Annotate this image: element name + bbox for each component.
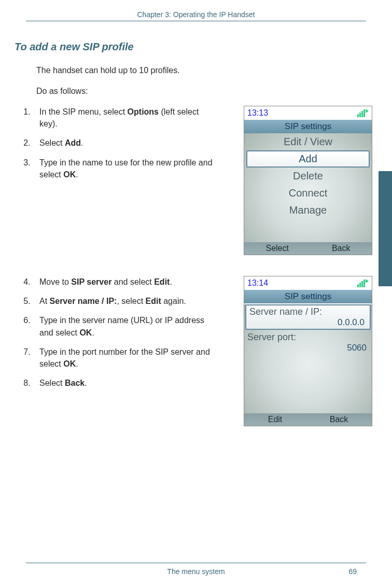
phone2-softkey-left: Edit: [268, 415, 283, 424]
phone1-item-connect: Connect: [244, 185, 372, 202]
signal-icon: [357, 109, 369, 117]
phone2-softkey-right: Back: [330, 415, 348, 424]
step-2: Select Add.: [37, 137, 218, 149]
step-5: At Server name / IP:, select Edit again.: [37, 295, 218, 307]
svg-rect-0: [357, 114, 359, 117]
phone-screenshot-2: 13:14 SIP settings Server name / IP: 0.0…: [244, 276, 372, 426]
phone2-field-servername: Server name / IP: 0.0.0.0: [245, 304, 371, 330]
phone1-item-manage: Manage: [244, 202, 372, 219]
page-number: 69: [348, 567, 357, 576]
svg-rect-5: [359, 283, 361, 287]
phone-screenshot-1: 13:13 SIP settings Edit / View Add Delet…: [244, 106, 372, 255]
svg-rect-2: [361, 111, 363, 117]
side-tab: [379, 171, 392, 286]
svg-rect-4: [357, 284, 359, 287]
svg-rect-3: [363, 109, 365, 117]
phone1-softkey-right: Back: [332, 244, 351, 253]
phone1-item-add: Add: [246, 150, 370, 168]
phone1-item-delete: Delete: [244, 168, 372, 185]
svg-rect-6: [361, 281, 363, 287]
step-4: Move to SIP server and select Edit.: [37, 276, 218, 288]
footer-separator: [26, 563, 366, 563]
svg-rect-7: [363, 280, 365, 287]
step-8: Select Back.: [37, 377, 218, 389]
step-7: Type in the port number for the SIP serv…: [37, 346, 218, 370]
phone1-softkey-left: Select: [265, 244, 288, 253]
phone2-title: SIP settings: [244, 290, 372, 303]
intro-line-1: The handset can hold up to 10 profiles.: [36, 64, 392, 77]
step-3: Type in the name to use for the new prof…: [37, 157, 218, 180]
intro-line-2: Do as follows:: [36, 85, 392, 97]
section-title: To add a new SIP profile: [15, 41, 392, 53]
step-6: Type in the server name (URL) or IP addr…: [37, 314, 218, 338]
signal-icon: [357, 279, 369, 287]
footer-center: The menu system: [0, 567, 392, 576]
phone1-time: 13:13: [247, 108, 268, 118]
phone2-field-serverport: Server port: 5060: [244, 331, 372, 353]
phone1-item-editview: Edit / View: [244, 133, 372, 150]
phone1-title: SIP settings: [244, 120, 372, 133]
svg-rect-1: [359, 113, 361, 117]
phone2-time: 13:14: [247, 278, 268, 288]
step-1: In the SIP menu, select Options (left se…: [37, 106, 218, 130]
chapter-header: Chapter 3: Operating the IP Handset: [26, 10, 366, 21]
